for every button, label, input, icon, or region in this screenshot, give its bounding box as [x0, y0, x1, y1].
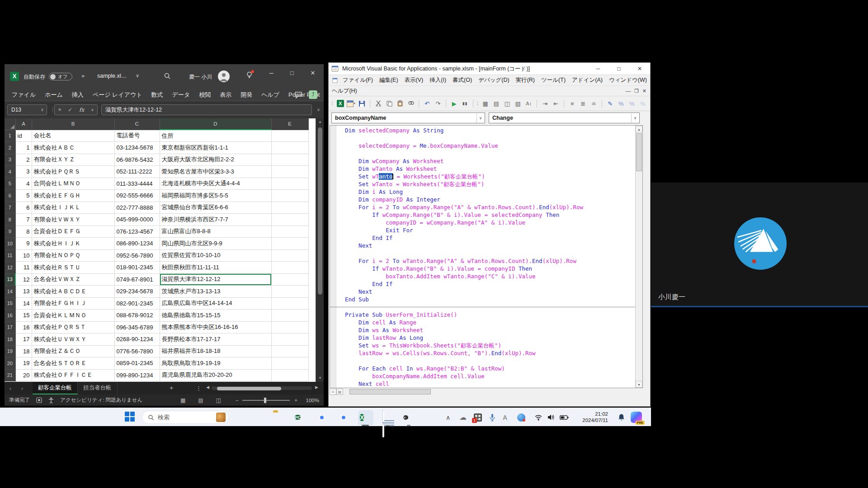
code-line[interactable]: selectedCompany = Me.boxCompanyName.Valu… — [345, 142, 635, 150]
cell-D1[interactable]: 住所 — [160, 130, 271, 142]
cell-B12[interactable]: 株式会社ＲＳＴＵ — [32, 262, 114, 274]
save-icon[interactable] — [357, 99, 367, 108]
cancel-icon[interactable]: × — [58, 107, 61, 113]
workbook-filename[interactable]: sample.xl… — [97, 73, 127, 79]
taskbar-app-excel[interactable]: X — [360, 412, 372, 424]
cell-B13[interactable]: 合名会社ＶＷＸＺ — [32, 273, 114, 286]
copy-icon[interactable] — [384, 99, 394, 108]
cell-A13[interactable]: 12 — [15, 273, 32, 286]
column-header-B[interactable]: B — [32, 118, 114, 130]
code-line[interactable]: companyID = wCompany.Range("A" & i).Valu… — [345, 219, 635, 226]
vba-maximize-button[interactable]: □ — [609, 63, 629, 75]
name-box[interactable]: D13 ∨ — [7, 104, 47, 115]
vba-menu-1[interactable]: 編集(E) — [376, 76, 401, 84]
cell-B11[interactable]: 有限会社ＮＯＰＱ — [32, 249, 114, 262]
cell-A2[interactable]: 1 — [15, 142, 32, 154]
column-header-D[interactable]: D — [160, 118, 271, 130]
code-margin[interactable] — [330, 126, 336, 388]
vba-menu-3[interactable]: 挿入(I) — [426, 76, 449, 84]
cell-C6[interactable]: 092-555-6666 — [114, 190, 160, 202]
cell-D19[interactable]: 福井県福井市18-18-18 — [160, 345, 271, 357]
row-header-18[interactable]: 18 — [5, 333, 15, 346]
procedure-view-button[interactable]: ≡ — [330, 389, 336, 395]
taskbar-app-chrome-2[interactable] — [338, 412, 350, 424]
cell-E12[interactable] — [271, 262, 308, 274]
code-line[interactable] — [345, 249, 635, 257]
object-browser-icon[interactable]: ◫ — [502, 99, 512, 108]
sheet-tab-0[interactable]: 顧客企業台帳 — [33, 382, 78, 394]
code-line[interactable]: Set wTanto = Worksheets("顧客企業台帳") — [345, 180, 635, 188]
code-scrollbar-thumb[interactable] — [636, 133, 642, 171]
ribbon-tab-3[interactable]: ページ レイアウト — [88, 89, 147, 101]
code-line[interactable]: Private Sub UserForm_Initialize() — [345, 311, 635, 319]
cell-A6[interactable]: 5 — [15, 190, 32, 202]
vba-menu-5[interactable]: デバッグ(D) — [475, 76, 513, 84]
ribbon-tab-5[interactable]: データ — [168, 89, 195, 101]
copilot-icon[interactable]: PRE — [631, 412, 642, 423]
properties-window-icon[interactable]: ▤ — [491, 99, 501, 108]
tray-chevron-icon[interactable]: ∧ — [446, 408, 450, 427]
cell-E17[interactable] — [271, 321, 308, 333]
zoom-slider[interactable] — [242, 400, 290, 401]
cell-C7[interactable]: 022-777-8888 — [114, 202, 160, 214]
row-header-13[interactable]: 13 — [5, 273, 15, 286]
comment-icon-2[interactable]: % — [627, 99, 637, 108]
cell-D10[interactable]: 岡山県岡山市北区9-9-9 — [160, 238, 271, 250]
cell-C2[interactable]: 03-1234-5678 — [114, 142, 160, 154]
microphone-icon[interactable] — [489, 408, 495, 427]
event-combo-chevron-icon[interactable]: ∨ — [631, 113, 639, 122]
code-line[interactable]: Dim ws As Worksheet — [345, 326, 635, 334]
formula-input[interactable]: 滋賀県大津市12-12-12 — [101, 104, 312, 115]
code-line[interactable]: Dim lastRow As Long — [345, 334, 635, 342]
hscroll-track[interactable] — [212, 386, 312, 390]
excel-view-icon[interactable]: X — [335, 99, 345, 108]
notification-app-icon[interactable]: 1 — [474, 408, 482, 427]
cell-B6[interactable]: 株式会社ＥＦＧＨ — [32, 190, 114, 202]
cell-C12[interactable]: 018-901-2345 — [114, 262, 160, 274]
ime-indicator[interactable]: A — [503, 408, 507, 427]
cell-C21[interactable]: 099-890-1234 — [114, 369, 160, 381]
cell-D9[interactable]: 富山県富山市8-8-8 — [160, 225, 271, 238]
mdi-minimize-icon[interactable]: — — [626, 88, 631, 94]
cell-C13[interactable]: 0749-67-8901 — [114, 273, 160, 286]
outdent-icon[interactable]: ⇤ — [551, 99, 561, 108]
row-header-15[interactable]: 15 — [5, 297, 15, 310]
taskbar-app-widgets[interactable] — [251, 412, 263, 424]
cell-A4[interactable]: 3 — [15, 166, 32, 178]
cell-E7[interactable] — [271, 202, 308, 214]
ribbon-tab-9[interactable]: ヘルプ — [257, 89, 284, 101]
cell-D3[interactable]: 大阪府大阪市北区梅田2-2-2 — [160, 154, 271, 166]
cell-E13[interactable] — [271, 273, 308, 286]
assistant-sphere-icon[interactable] — [517, 408, 525, 427]
vba-menu-help[interactable]: ヘルプ(H) — [329, 87, 360, 95]
cell-A18[interactable]: 17 — [15, 333, 32, 346]
code-lines[interactable]: Dim selectedCompany As String selectedCo… — [336, 127, 635, 388]
code-line[interactable]: End Sub — [345, 296, 635, 303]
avatar[interactable] — [218, 70, 230, 82]
cell-C15[interactable]: 082-901-2345 — [114, 297, 160, 310]
cell-D4[interactable]: 愛知県名古屋市中区栄3-3-3 — [160, 166, 271, 178]
scroll-down-icon[interactable]: ▼ — [316, 375, 324, 382]
redo-icon[interactable]: ↷ — [433, 99, 443, 108]
code-scroll-up-icon[interactable]: ▲ — [636, 126, 642, 132]
code-line[interactable]: Set ws = ThisWorkbook.Sheets("顧客企業台帳") — [345, 342, 635, 349]
mdi-close-icon[interactable]: ✕ — [642, 88, 646, 94]
add-sheet-button[interactable]: ＋ — [168, 384, 175, 392]
vba-menu-4[interactable]: 書式(O) — [449, 76, 475, 84]
code-line[interactable]: For i = 2 To wCompany.Range("A" & wTanto… — [345, 203, 635, 211]
code-line[interactable]: boxTanto.AddItem wTanto.Range("C" & i).V… — [345, 272, 635, 280]
cell-A5[interactable]: 4 — [15, 178, 32, 190]
onedrive-icon[interactable]: ☁ — [459, 408, 467, 427]
cell-E3[interactable] — [271, 154, 308, 166]
cell-B7[interactable]: 株式会社ＩＪＫＬ — [32, 202, 114, 214]
name-box-chevron-icon[interactable]: ∨ — [41, 105, 44, 115]
formula-expand-chevron-icon[interactable]: ∨ — [317, 107, 320, 112]
normal-view-icon[interactable]: ▦ — [180, 397, 185, 404]
row-header-9[interactable]: 9 — [5, 225, 15, 238]
cell-A19[interactable]: 18 — [15, 345, 32, 357]
bookmark-next-icon[interactable]: ≣ — [578, 99, 588, 108]
cell-C20[interactable]: 0859-01-2345 — [114, 357, 160, 370]
macro-record-icon[interactable] — [36, 397, 42, 403]
scroll-left-icon[interactable]: ◀ — [206, 385, 209, 389]
ribbon-tab-0[interactable]: ファイル — [7, 89, 40, 101]
